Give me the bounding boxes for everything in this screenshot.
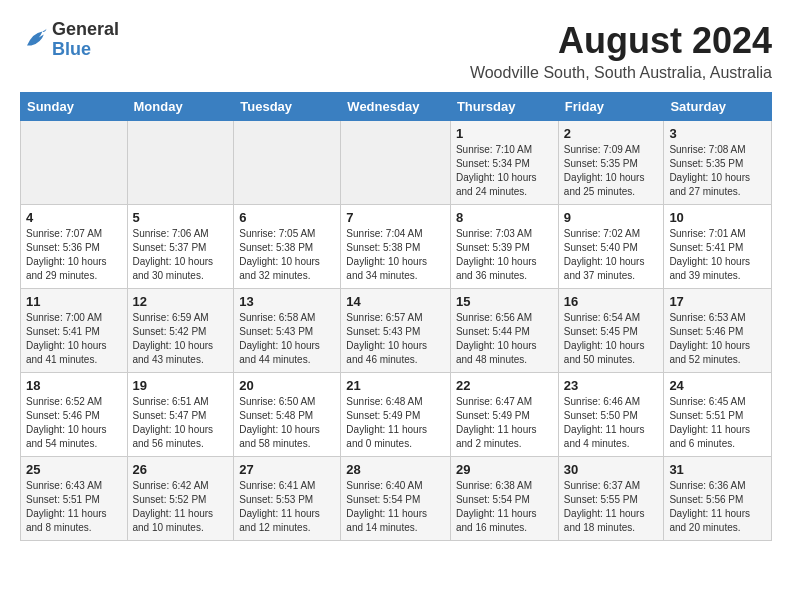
day-number: 16 (564, 294, 659, 309)
day-number: 4 (26, 210, 122, 225)
calendar-day-cell (127, 121, 234, 205)
day-number: 23 (564, 378, 659, 393)
day-number: 20 (239, 378, 335, 393)
day-info: Sunrise: 7:06 AM Sunset: 5:37 PM Dayligh… (133, 227, 229, 283)
day-info: Sunrise: 6:50 AM Sunset: 5:48 PM Dayligh… (239, 395, 335, 451)
location-subtitle: Woodville South, South Australia, Austra… (470, 64, 772, 82)
day-of-week-header: Sunday (21, 93, 128, 121)
day-info: Sunrise: 6:54 AM Sunset: 5:45 PM Dayligh… (564, 311, 659, 367)
day-of-week-header: Friday (558, 93, 664, 121)
day-info: Sunrise: 7:07 AM Sunset: 5:36 PM Dayligh… (26, 227, 122, 283)
day-of-week-header: Monday (127, 93, 234, 121)
day-number: 18 (26, 378, 122, 393)
calendar-day-cell: 24Sunrise: 6:45 AM Sunset: 5:51 PM Dayli… (664, 373, 772, 457)
day-number: 29 (456, 462, 553, 477)
logo-general: General (52, 20, 119, 40)
logo-text: General Blue (52, 20, 119, 60)
day-number: 24 (669, 378, 766, 393)
day-number: 17 (669, 294, 766, 309)
day-info: Sunrise: 6:37 AM Sunset: 5:55 PM Dayligh… (564, 479, 659, 535)
day-number: 15 (456, 294, 553, 309)
calendar-week-row: 1Sunrise: 7:10 AM Sunset: 5:34 PM Daylig… (21, 121, 772, 205)
day-info: Sunrise: 6:36 AM Sunset: 5:56 PM Dayligh… (669, 479, 766, 535)
day-info: Sunrise: 6:48 AM Sunset: 5:49 PM Dayligh… (346, 395, 445, 451)
calendar-day-cell: 30Sunrise: 6:37 AM Sunset: 5:55 PM Dayli… (558, 457, 664, 541)
calendar-week-row: 11Sunrise: 7:00 AM Sunset: 5:41 PM Dayli… (21, 289, 772, 373)
day-of-week-header: Saturday (664, 93, 772, 121)
calendar-week-row: 18Sunrise: 6:52 AM Sunset: 5:46 PM Dayli… (21, 373, 772, 457)
calendar-week-row: 4Sunrise: 7:07 AM Sunset: 5:36 PM Daylig… (21, 205, 772, 289)
day-number: 7 (346, 210, 445, 225)
day-of-week-header: Thursday (450, 93, 558, 121)
logo-blue: Blue (52, 40, 119, 60)
calendar-day-cell: 7Sunrise: 7:04 AM Sunset: 5:38 PM Daylig… (341, 205, 451, 289)
day-info: Sunrise: 6:40 AM Sunset: 5:54 PM Dayligh… (346, 479, 445, 535)
day-info: Sunrise: 7:01 AM Sunset: 5:41 PM Dayligh… (669, 227, 766, 283)
day-number: 2 (564, 126, 659, 141)
day-number: 27 (239, 462, 335, 477)
day-of-week-header: Tuesday (234, 93, 341, 121)
calendar-day-cell: 26Sunrise: 6:42 AM Sunset: 5:52 PM Dayli… (127, 457, 234, 541)
logo-bird-icon (20, 26, 48, 54)
day-number: 31 (669, 462, 766, 477)
day-number: 30 (564, 462, 659, 477)
calendar-day-cell: 15Sunrise: 6:56 AM Sunset: 5:44 PM Dayli… (450, 289, 558, 373)
day-number: 9 (564, 210, 659, 225)
day-number: 11 (26, 294, 122, 309)
calendar-table: SundayMondayTuesdayWednesdayThursdayFrid… (20, 92, 772, 541)
day-info: Sunrise: 6:43 AM Sunset: 5:51 PM Dayligh… (26, 479, 122, 535)
day-info: Sunrise: 7:05 AM Sunset: 5:38 PM Dayligh… (239, 227, 335, 283)
day-number: 3 (669, 126, 766, 141)
calendar-day-cell: 14Sunrise: 6:57 AM Sunset: 5:43 PM Dayli… (341, 289, 451, 373)
day-number: 12 (133, 294, 229, 309)
calendar-day-cell: 28Sunrise: 6:40 AM Sunset: 5:54 PM Dayli… (341, 457, 451, 541)
calendar-day-cell: 20Sunrise: 6:50 AM Sunset: 5:48 PM Dayli… (234, 373, 341, 457)
day-info: Sunrise: 6:51 AM Sunset: 5:47 PM Dayligh… (133, 395, 229, 451)
day-info: Sunrise: 6:38 AM Sunset: 5:54 PM Dayligh… (456, 479, 553, 535)
day-info: Sunrise: 7:02 AM Sunset: 5:40 PM Dayligh… (564, 227, 659, 283)
day-info: Sunrise: 7:03 AM Sunset: 5:39 PM Dayligh… (456, 227, 553, 283)
day-info: Sunrise: 6:53 AM Sunset: 5:46 PM Dayligh… (669, 311, 766, 367)
day-info: Sunrise: 7:00 AM Sunset: 5:41 PM Dayligh… (26, 311, 122, 367)
day-number: 25 (26, 462, 122, 477)
day-number: 28 (346, 462, 445, 477)
calendar-day-cell: 4Sunrise: 7:07 AM Sunset: 5:36 PM Daylig… (21, 205, 128, 289)
day-number: 14 (346, 294, 445, 309)
calendar-day-cell: 9Sunrise: 7:02 AM Sunset: 5:40 PM Daylig… (558, 205, 664, 289)
logo: General Blue (20, 20, 119, 60)
calendar-day-cell: 29Sunrise: 6:38 AM Sunset: 5:54 PM Dayli… (450, 457, 558, 541)
calendar-day-cell: 17Sunrise: 6:53 AM Sunset: 5:46 PM Dayli… (664, 289, 772, 373)
title-block: August 2024 Woodville South, South Austr… (470, 20, 772, 82)
calendar-day-cell (21, 121, 128, 205)
calendar-day-cell: 2Sunrise: 7:09 AM Sunset: 5:35 PM Daylig… (558, 121, 664, 205)
calendar-day-cell: 10Sunrise: 7:01 AM Sunset: 5:41 PM Dayli… (664, 205, 772, 289)
day-info: Sunrise: 6:46 AM Sunset: 5:50 PM Dayligh… (564, 395, 659, 451)
calendar-day-cell: 11Sunrise: 7:00 AM Sunset: 5:41 PM Dayli… (21, 289, 128, 373)
day-info: Sunrise: 6:57 AM Sunset: 5:43 PM Dayligh… (346, 311, 445, 367)
day-number: 5 (133, 210, 229, 225)
calendar-day-cell: 22Sunrise: 6:47 AM Sunset: 5:49 PM Dayli… (450, 373, 558, 457)
day-info: Sunrise: 6:47 AM Sunset: 5:49 PM Dayligh… (456, 395, 553, 451)
day-info: Sunrise: 6:58 AM Sunset: 5:43 PM Dayligh… (239, 311, 335, 367)
day-number: 26 (133, 462, 229, 477)
day-number: 10 (669, 210, 766, 225)
day-info: Sunrise: 6:52 AM Sunset: 5:46 PM Dayligh… (26, 395, 122, 451)
calendar-day-cell: 31Sunrise: 6:36 AM Sunset: 5:56 PM Dayli… (664, 457, 772, 541)
day-number: 1 (456, 126, 553, 141)
calendar-day-cell: 12Sunrise: 6:59 AM Sunset: 5:42 PM Dayli… (127, 289, 234, 373)
calendar-header-row: SundayMondayTuesdayWednesdayThursdayFrid… (21, 93, 772, 121)
calendar-day-cell: 25Sunrise: 6:43 AM Sunset: 5:51 PM Dayli… (21, 457, 128, 541)
day-info: Sunrise: 6:59 AM Sunset: 5:42 PM Dayligh… (133, 311, 229, 367)
calendar-day-cell: 21Sunrise: 6:48 AM Sunset: 5:49 PM Dayli… (341, 373, 451, 457)
day-info: Sunrise: 7:08 AM Sunset: 5:35 PM Dayligh… (669, 143, 766, 199)
day-number: 8 (456, 210, 553, 225)
day-info: Sunrise: 6:56 AM Sunset: 5:44 PM Dayligh… (456, 311, 553, 367)
calendar-day-cell: 6Sunrise: 7:05 AM Sunset: 5:38 PM Daylig… (234, 205, 341, 289)
calendar-week-row: 25Sunrise: 6:43 AM Sunset: 5:51 PM Dayli… (21, 457, 772, 541)
day-number: 22 (456, 378, 553, 393)
day-info: Sunrise: 7:10 AM Sunset: 5:34 PM Dayligh… (456, 143, 553, 199)
calendar-day-cell: 13Sunrise: 6:58 AM Sunset: 5:43 PM Dayli… (234, 289, 341, 373)
day-number: 6 (239, 210, 335, 225)
day-info: Sunrise: 7:09 AM Sunset: 5:35 PM Dayligh… (564, 143, 659, 199)
day-info: Sunrise: 6:41 AM Sunset: 5:53 PM Dayligh… (239, 479, 335, 535)
